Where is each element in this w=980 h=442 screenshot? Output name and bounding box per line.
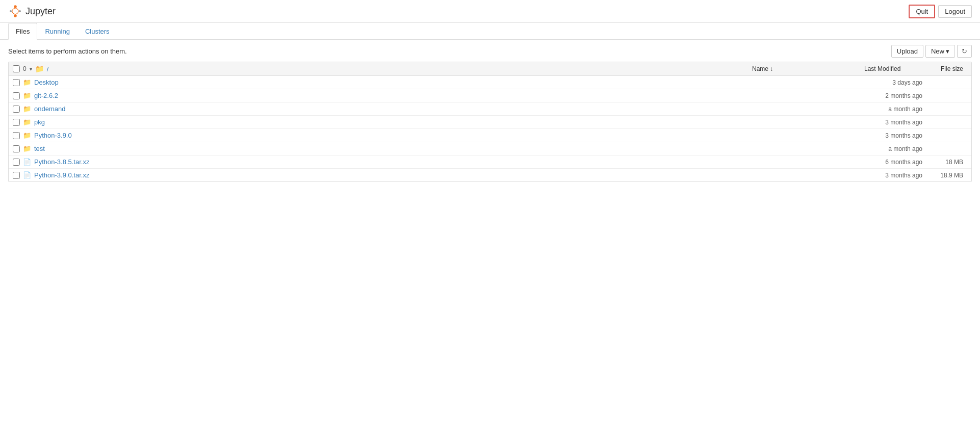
breadcrumb[interactable]: / [47,65,49,73]
row-left: 📄 Python-3.9.0.tar.xz [13,171,860,179]
folder-icon: 📁 [23,145,31,152]
svg-point-1 [14,14,17,17]
new-button[interactable]: New ▾ [925,45,955,58]
tab-running[interactable]: Running [37,23,77,40]
svg-point-0 [14,5,17,8]
table-row: 📄 Python-3.9.0.tar.xz 3 months ago 18.9 … [9,169,971,181]
jupyter-logo-icon [8,4,22,18]
svg-point-3 [19,10,21,12]
row-left: 📄 Python-3.8.5.tar.xz [13,158,860,166]
file-link[interactable]: test [34,145,45,152]
modified-value: a month ago [860,145,926,152]
upload-button[interactable]: Upload [891,45,923,58]
file-icon: 📄 [23,171,31,179]
file-link[interactable]: pkg [34,118,45,126]
table-row: 📁 test a month ago [9,142,971,155]
row-checkbox[interactable] [13,119,20,126]
row-right: 3 months ago 18.9 MB [860,172,967,179]
file-browser: 0 ▾ 📁 / Name ↓ Last Modified File size 📁… [8,62,972,182]
row-checkbox[interactable] [13,79,20,86]
size-col-header[interactable]: File size [926,65,967,72]
quit-button[interactable]: Quit [909,5,935,18]
file-link[interactable]: ondemand [34,105,65,113]
browser-header-left: 0 ▾ 📁 / [13,65,748,73]
table-row: 📁 ondemand a month ago [9,102,971,116]
row-left: 📁 test [13,145,860,152]
folder-icon: 📁 [23,118,31,126]
folder-icon: 📁 [23,132,31,139]
logo: Jupyter [8,4,56,18]
tabs-bar: Files Running Clusters [0,23,980,40]
row-left: 📁 Python-3.9.0 [13,132,860,139]
folder-icon: 📁 [23,105,31,113]
modified-col-header[interactable]: Last Modified [860,65,926,72]
header-columns: Name ↓ Last Modified File size [748,65,967,72]
row-checkbox[interactable] [13,132,20,139]
header: Jupyter Quit Logout [0,0,980,23]
table-row: 📄 Python-3.8.5.tar.xz 6 months ago 18 MB [9,155,971,169]
size-value: 18 MB [926,159,967,166]
refresh-button[interactable]: ↻ [957,45,972,58]
file-link[interactable]: Desktop [34,79,59,86]
file-link[interactable]: Python-3.9.0 [34,132,72,139]
row-left: 📁 pkg [13,118,860,126]
row-checkbox[interactable] [13,159,20,166]
modified-value: 3 months ago [860,132,926,139]
tab-files[interactable]: Files [8,23,37,40]
modified-value: 3 days ago [860,79,926,86]
folder-icon: 📁 [23,92,31,99]
select-info: Select items to perform actions on them. [8,47,127,55]
svg-point-2 [10,10,12,12]
new-dropdown-arrow-icon: ▾ [946,47,949,55]
row-checkbox[interactable] [13,106,20,113]
header-buttons: Quit Logout [909,5,972,18]
row-right: a month ago [860,106,967,113]
row-right: 3 days ago [860,79,967,86]
select-all-checkbox[interactable] [13,65,20,72]
row-left: 📁 Desktop [13,79,860,86]
tab-clusters[interactable]: Clusters [78,23,117,40]
row-right: 3 months ago [860,119,967,126]
file-link[interactable]: Python-3.8.5.tar.xz [34,158,89,166]
file-icon: 📄 [23,158,31,166]
row-right: 2 months ago [860,92,967,99]
size-value: 18.9 MB [926,172,967,179]
table-row: 📁 git-2.6.2 2 months ago [9,89,971,102]
row-right: 6 months ago 18 MB [860,159,967,166]
modified-value: 2 months ago [860,92,926,99]
modified-value: 6 months ago [860,159,926,166]
name-col-header[interactable]: Name ↓ [748,65,860,72]
folder-icon: 📁 [23,79,31,86]
file-link[interactable]: Python-3.9.0.tar.xz [34,171,89,179]
row-right: 3 months ago [860,132,967,139]
selected-count: 0 [23,65,27,72]
browser-header: 0 ▾ 📁 / Name ↓ Last Modified File size [9,62,971,76]
row-checkbox[interactable] [13,145,20,152]
sort-icon: ↓ [770,65,773,72]
table-row: 📁 pkg 3 months ago [9,116,971,129]
row-left: 📁 ondemand [13,105,860,113]
logo-text: Jupyter [25,6,56,17]
modified-value: a month ago [860,106,926,113]
table-row: 📁 Python-3.9.0 3 months ago [9,129,971,142]
toolbar: Select items to perform actions on them.… [8,45,972,58]
toolbar-buttons: Upload New ▾ ↻ [891,45,972,58]
folder-icon: 📁 [35,65,44,73]
row-left: 📁 git-2.6.2 [13,92,860,99]
row-checkbox[interactable] [13,172,20,179]
modified-value: 3 months ago [860,172,926,179]
file-list: 📁 Desktop 3 days ago 📁 git-2.6.2 2 month… [9,76,971,181]
logout-button[interactable]: Logout [938,5,972,18]
table-row: 📁 Desktop 3 days ago [9,76,971,89]
main-content: Select items to perform actions on them.… [0,40,980,187]
row-right: a month ago [860,145,967,152]
modified-value: 3 months ago [860,119,926,126]
row-checkbox[interactable] [13,92,20,99]
file-link[interactable]: git-2.6.2 [34,92,58,99]
count-dropdown-icon[interactable]: ▾ [30,66,32,72]
